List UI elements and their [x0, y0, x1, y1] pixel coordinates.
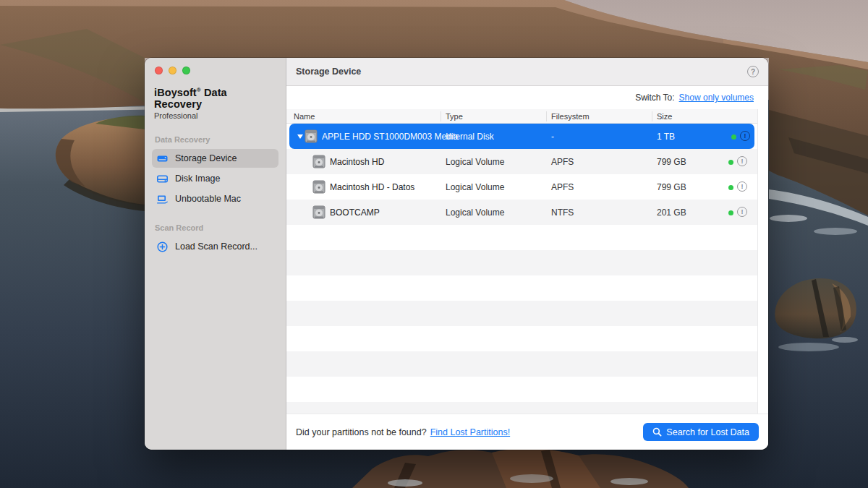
sidebar: iBoysoft® Data Recovery Professional Dat… [145, 58, 286, 450]
section-label: Scan Record [152, 223, 278, 232]
footer-bar: Did your partitions not be found? Find L… [286, 414, 768, 450]
main-panel: Storage Device ? Switch To: Show only vo… [286, 58, 768, 450]
status-dot [728, 160, 733, 165]
app-window: iBoysoft® Data Recovery Professional Dat… [145, 58, 768, 450]
device-type: Internal Disk [446, 124, 494, 149]
column-divider [546, 111, 547, 121]
status-dot [728, 210, 733, 215]
sidebar-item-label: Unbootable Mac [175, 194, 241, 204]
show-only-volumes-link[interactable]: Show only volumes [679, 93, 754, 103]
toolbar: Storage Device ? [286, 58, 768, 86]
device-type: Logical Volume [446, 200, 504, 225]
info-icon[interactable]: ! [737, 207, 747, 217]
sidebar-item-label: Load Scan Record... [175, 241, 258, 252]
help-icon[interactable]: ? [747, 66, 759, 77]
search-button-label: Search for Lost Data [666, 427, 749, 437]
app-title-name: iBoysoft [154, 87, 197, 98]
sidebar-item-load-scan-record[interactable]: Load Scan Record... [152, 237, 278, 256]
hard-drive-icon [312, 205, 326, 219]
device-table: Name Type Filesystem Size APP [286, 109, 768, 414]
zoom-button[interactable] [182, 67, 190, 74]
app-title: iBoysoft® Data Recovery [154, 87, 276, 110]
device-size: 1 TB [657, 124, 675, 149]
unbootable-mac-icon [156, 193, 169, 205]
status-dot [731, 134, 736, 140]
minimize-button[interactable] [169, 67, 176, 74]
status-dot [728, 185, 733, 190]
close-button[interactable] [155, 67, 163, 74]
column-header-filesystem[interactable]: Filesystem [551, 109, 590, 123]
sidebar-item-label: Disk Image [175, 174, 221, 184]
hard-drive-icon [312, 155, 326, 168]
search-for-lost-data-button[interactable]: Search for Lost Data [643, 423, 759, 441]
app-edition: Professional [154, 111, 276, 120]
page-title: Storage Device [296, 67, 361, 77]
device-filesystem: - [551, 124, 554, 149]
info-icon[interactable]: ! [740, 131, 750, 141]
window-controls [155, 67, 190, 74]
device-name: Macintosh HD - Datos [330, 174, 414, 200]
desktop: iBoysoft® Data Recovery Professional Dat… [0, 0, 868, 488]
plus-circle-icon [156, 241, 169, 253]
disclosure-triangle-icon[interactable] [297, 134, 303, 139]
sidebar-item-storage-device[interactable]: Storage Device [152, 149, 278, 168]
table-body: APPLE HDD ST1000DM003 Media Internal Dis… [286, 124, 757, 414]
section-label: Data Recovery [152, 135, 278, 144]
sidebar-item-label: Storage Device [175, 153, 237, 163]
column-divider [441, 111, 441, 121]
table-row-disk[interactable]: APPLE HDD ST1000DM003 Media Internal Dis… [289, 124, 754, 149]
info-icon[interactable]: ! [737, 156, 747, 166]
sidebar-item-disk-image[interactable]: Disk Image [152, 169, 278, 188]
device-name: APPLE HDD ST1000DM003 Media [322, 124, 458, 149]
device-size: 799 GB [657, 174, 686, 200]
partitions-question: Did your partitions not be found? [296, 427, 427, 437]
device-size: 799 GB [657, 149, 686, 174]
disk-image-icon [156, 173, 169, 185]
table-row-volume[interactable]: Macintosh HD - Datos Logical Volume APFS… [286, 174, 757, 200]
switch-bar: Switch To: Show only volumes [286, 86, 768, 109]
device-filesystem: APFS [551, 149, 574, 174]
hard-drive-icon [312, 180, 326, 194]
device-name: Macintosh HD [330, 149, 384, 174]
switch-to-label: Switch To: [635, 93, 674, 103]
table-row-volume[interactable]: Macintosh HD Logical Volume APFS 799 GB … [286, 149, 757, 174]
column-divider [652, 111, 652, 121]
device-name: BOOTCAMP [330, 200, 380, 225]
column-header-name[interactable]: Name [294, 109, 315, 123]
device-type: Logical Volume [446, 174, 504, 200]
device-type: Logical Volume [446, 149, 504, 174]
device-filesystem: NTFS [551, 200, 574, 225]
table-gutter [757, 109, 767, 414]
storage-drive-icon [156, 153, 169, 165]
sidebar-item-unbootable-mac[interactable]: Unbootable Mac [152, 189, 278, 208]
info-icon[interactable]: ! [737, 181, 747, 192]
column-header-size[interactable]: Size [657, 109, 672, 123]
device-size: 201 GB [657, 200, 686, 225]
table-row-volume[interactable]: BOOTCAMP Logical Volume NTFS 201 GB ! [286, 200, 757, 225]
search-icon [652, 427, 662, 437]
table-header: Name Type Filesystem Size [286, 109, 757, 124]
device-filesystem: APFS [551, 174, 574, 200]
column-header-type[interactable]: Type [446, 109, 463, 123]
find-lost-partitions-link[interactable]: Find Lost Partitions! [430, 427, 510, 437]
sidebar-section-scan-record: Scan Record Load Scan Record... [145, 223, 286, 256]
hard-drive-icon [305, 129, 318, 143]
sidebar-section-data-recovery: Data Recovery Storage Device Disk Image [145, 135, 286, 208]
